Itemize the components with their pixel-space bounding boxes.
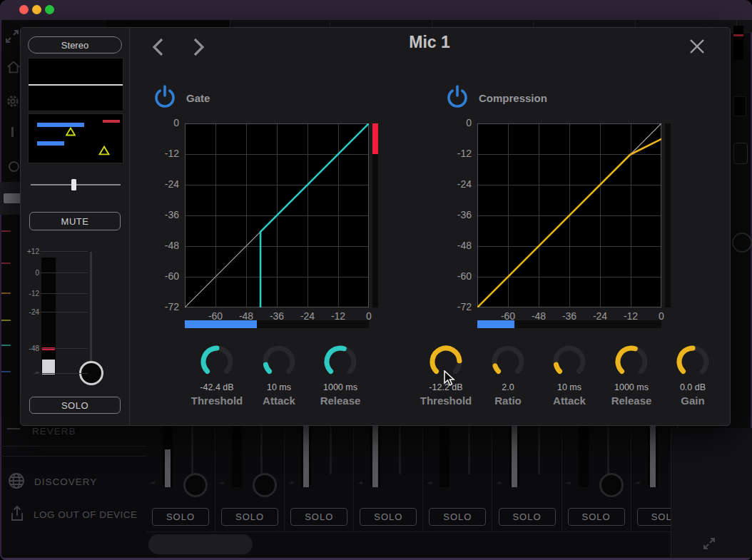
- minimize-traffic-light[interactable]: [32, 5, 41, 14]
- input-rail-icon[interactable]: [11, 127, 14, 137]
- gate-y-axis-labels: 0-12-24-36-48-60-72: [149, 118, 182, 316]
- compression-ratio-knob-group: 2.0Ratio: [476, 342, 540, 407]
- background-button-fragment: [733, 143, 748, 164]
- gain-reduction-fill: [372, 123, 378, 154]
- y-tick-label: -24: [439, 178, 472, 190]
- y-tick-label: -48: [146, 240, 179, 251]
- channel-fader-track[interactable]: [191, 426, 193, 474]
- mixer-channel-strip: -∞SOLO: [354, 426, 423, 531]
- fader-scale-label: -24: [22, 308, 39, 316]
- gate-input-meter: [185, 320, 369, 328]
- close-traffic-light[interactable]: [19, 5, 29, 14]
- channel-minus-infinity-label: -∞: [219, 480, 224, 485]
- gate-threshold-knob[interactable]: [194, 342, 240, 378]
- compression-gain-label: Gain: [681, 394, 704, 407]
- compression-y-axis-labels: 0-12-24-36-48-60-72: [442, 118, 474, 316]
- output-rail-icon[interactable]: [9, 161, 19, 172]
- zoom-traffic-light[interactable]: [45, 5, 54, 14]
- gate-attack-knob-group: 10 msAttack: [247, 342, 311, 407]
- y-tick-label: -48: [439, 240, 472, 251]
- background-right-panel: [671, 428, 752, 560]
- fader-scale-label: +12: [22, 248, 39, 255]
- channel-detail-dialog: Stereo MUTE SOLO: [20, 27, 731, 426]
- dyn-red-bar: [103, 120, 120, 123]
- channel-level-meter: [41, 258, 56, 375]
- sidebar-item-discovery[interactable]: DISCOVERY: [34, 477, 97, 487]
- fader-scale-gridline: [41, 348, 88, 349]
- eq-thumbnail-display[interactable]: [28, 58, 123, 111]
- gate-release-knob-group: 1000 msRelease: [308, 342, 372, 407]
- compression-release-knob-group: 1000 msRelease: [599, 342, 664, 407]
- channel-fader-knob[interactable]: [253, 473, 277, 497]
- compression-attack-knob[interactable]: [547, 342, 592, 378]
- channel-fader-knob[interactable]: [183, 473, 208, 497]
- mixer-channel-strip: -∞SOLO: [423, 426, 492, 531]
- dialog-solo-button[interactable]: SOLO: [29, 397, 121, 414]
- fader-scale-gridline: [41, 373, 88, 374]
- pan-slider-handle[interactable]: [71, 179, 76, 190]
- y-tick-label: -36: [146, 209, 179, 220]
- y-tick-label: -60: [146, 270, 179, 282]
- settings-gear-icon[interactable]: [5, 93, 21, 110]
- gate-release-label: Release: [320, 394, 361, 407]
- compression-graph[interactable]: [477, 123, 661, 307]
- gate-graph[interactable]: [185, 123, 369, 307]
- compression-gain-value: 0.0 dB: [680, 382, 706, 392]
- compression-gain-knob[interactable]: [670, 342, 716, 378]
- rail-channel-color-tick: [1, 320, 11, 321]
- stereo-mode-button[interactable]: Stereo: [28, 36, 122, 54]
- mute-button[interactable]: MUTE: [29, 212, 121, 230]
- expand-window-icon[interactable]: [4, 29, 20, 44]
- compression-power-button[interactable]: [444, 83, 470, 111]
- rail-channel-color-tick: [1, 345, 11, 346]
- channel-fader-track[interactable]: [538, 426, 540, 474]
- channel-solo-button[interactable]: SOLO: [429, 508, 486, 526]
- rail-selected-item[interactable]: [0, 182, 21, 215]
- gate-attack-knob[interactable]: [256, 342, 302, 378]
- channel-minus-infinity-label: -∞: [635, 480, 640, 485]
- compression-release-knob[interactable]: [609, 342, 654, 378]
- y-tick-label: 0: [439, 117, 472, 128]
- close-dialog-button[interactable]: [686, 36, 708, 57]
- dyn-blue-bar-1: [37, 123, 84, 127]
- channel-minus-infinity-label: -∞: [357, 480, 362, 485]
- dyn-threshold-triangle-2: [98, 146, 110, 156]
- channel-meter-fill: [165, 449, 171, 487]
- channel-solo-button[interactable]: SOLO: [568, 508, 625, 526]
- reverb-meter-tick: [7, 428, 20, 429]
- dynamics-thumbnail-display[interactable]: [28, 113, 123, 163]
- gate-release-knob[interactable]: [317, 342, 363, 378]
- home-icon[interactable]: [6, 58, 21, 76]
- collapse-panel-icon[interactable]: [702, 536, 716, 551]
- channel-fader-track[interactable]: [607, 426, 609, 474]
- channel-solo-button[interactable]: SOLO: [290, 508, 347, 526]
- mixer-channel-strip: -∞SOLO: [562, 426, 631, 531]
- channel-meter-track: [579, 426, 589, 487]
- fader-scale-label: 0: [22, 269, 39, 277]
- channel-solo-button[interactable]: SOLO: [499, 508, 556, 526]
- compression-ratio-knob[interactable]: [485, 342, 531, 378]
- channel-meter-fill: [512, 426, 517, 487]
- channel-fader-knob[interactable]: [599, 473, 624, 497]
- sidebar-item-reverb[interactable]: REVERB: [32, 426, 76, 437]
- channel-fader-track[interactable]: [468, 426, 470, 474]
- meter-fader-cap[interactable]: [42, 360, 55, 375]
- rail-channel-color-tick: [1, 263, 11, 264]
- gate-attack-value: 10 ms: [267, 382, 291, 392]
- eq-flat-curve: [29, 84, 123, 86]
- mixer-channel-strip: -∞SOLO: [146, 426, 215, 531]
- channel-fader-track[interactable]: [260, 426, 263, 474]
- sidebar-item-logout[interactable]: LOG OUT OF DEVICE: [34, 509, 138, 520]
- channel-solo-button[interactable]: SOLO: [360, 508, 417, 526]
- channel-solo-button[interactable]: SOLO: [221, 508, 278, 526]
- fader-track[interactable]: [90, 252, 92, 375]
- gate-release-value: 1000 ms: [323, 382, 357, 392]
- channel-fader-track[interactable]: [330, 426, 332, 474]
- channel-solo-button[interactable]: SOLO: [152, 508, 209, 526]
- channel-fader-track[interactable]: [399, 426, 401, 474]
- gate-power-button[interactable]: [152, 83, 178, 111]
- y-tick-label: -24: [146, 178, 179, 190]
- gate-threshold-knob-group: -42.4 dBThreshold: [185, 342, 249, 407]
- mixer-channel-strip: -∞SOLO: [493, 426, 562, 531]
- mouse-cursor: [443, 370, 459, 387]
